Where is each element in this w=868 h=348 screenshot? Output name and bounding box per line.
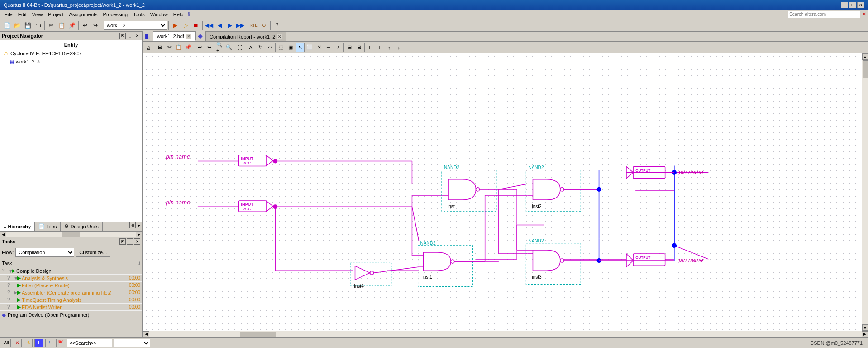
task-timequest[interactable]: ? ▶ TimeQuest Timing Analysis 00:00 [0, 296, 142, 304]
rtl-btn[interactable]: RTL [248, 20, 258, 30]
menu-processing[interactable]: Processing [100, 11, 130, 18]
minimize-button[interactable]: – [841, 2, 848, 8]
stop-btn[interactable]: ⏹ [191, 20, 201, 30]
cut-btn[interactable]: ✂ [46, 20, 56, 30]
tab-hierarchy[interactable]: ≡ Hierarchy [0, 222, 35, 231]
menu-assignments[interactable]: Assignments [67, 11, 100, 18]
scroll-canvas-track[interactable] [149, 331, 862, 338]
analysis-btn[interactable]: ▷ [181, 20, 191, 30]
diag-cross-btn[interactable]: ✕ [315, 43, 324, 52]
diag-print2-btn[interactable]: ⊞ [155, 43, 164, 52]
diag-cut-btn[interactable]: ✂ [165, 43, 174, 52]
undo-btn[interactable]: ↩ [80, 20, 90, 30]
scroll-left-btn[interactable]: ◀ [0, 232, 6, 238]
save-all-btn[interactable]: 🗃 [33, 20, 43, 30]
diag-down-btn[interactable]: ↓ [394, 43, 403, 52]
paste-btn[interactable]: 📌 [67, 20, 77, 30]
diag-print-btn[interactable]: 🖨 [144, 43, 153, 52]
maximize-button[interactable]: □ [849, 2, 856, 8]
status-info-btn[interactable]: ℹ [34, 339, 43, 347]
flow-select[interactable]: Compilation Timing Analysis [15, 248, 74, 257]
scroll-v-track[interactable] [862, 60, 868, 324]
diag-wire-btn[interactable]: ⬚ [277, 43, 286, 52]
open-btn[interactable]: 📂 [12, 20, 22, 30]
scroll-v-thumb[interactable] [863, 60, 868, 78]
play-analysis[interactable]: ▶ [17, 275, 21, 281]
menu-view[interactable]: View [29, 11, 46, 18]
menu-window[interactable]: Window [148, 11, 171, 18]
diag-bus-btn[interactable]: ═ [324, 43, 333, 52]
status-error-btn[interactable]: ✕ [13, 339, 22, 347]
tab-report[interactable]: Compilation Report - work1_2 ✕ [205, 32, 287, 41]
new-btn[interactable]: 📄 [2, 20, 12, 30]
redo-btn[interactable]: ↪ [91, 20, 100, 30]
task-program-device[interactable]: ◆ Program Device (Open Programmer) [0, 311, 142, 319]
menu-edit[interactable]: Edit [15, 11, 29, 18]
tab-bdf-close[interactable]: ✕ [186, 34, 191, 39]
diag-flip-btn[interactable]: ⇔ [265, 43, 274, 52]
status-flag-btn[interactable]: 🚩 [56, 339, 65, 347]
nav-btn4[interactable]: ▶▶ [235, 20, 245, 30]
project-file-item[interactable]: ▦ work1_2 ⚠ [2, 58, 140, 66]
tab-files[interactable]: 📄 Files [35, 222, 61, 231]
diag-wire2-btn[interactable]: ▣ [286, 43, 295, 52]
task-assembler[interactable]: ? ▶ ▶ Assembler (Generate programming fi… [0, 289, 142, 296]
diag-seg-btn[interactable]: / [334, 43, 343, 52]
canvas-h-scroll[interactable]: ◀ ▶ [143, 331, 868, 337]
diag-zoom-out-btn[interactable]: 🔍- [225, 43, 234, 52]
menu-project[interactable]: Project [45, 11, 66, 18]
play-fitter[interactable]: ▶ [17, 282, 21, 288]
project-dropdown[interactable]: work1_2 [104, 21, 167, 30]
play-eda[interactable]: ▶ [17, 304, 21, 310]
menu-help[interactable]: Help [171, 11, 186, 18]
navigator-right-btn[interactable]: ▶ [136, 222, 142, 228]
nav-btn1[interactable]: ◀◀ [204, 20, 214, 30]
canvas-area[interactable]: pin name INPUT VCC pin name INPUT VCC [143, 53, 868, 337]
status-all-btn[interactable]: All [2, 339, 11, 347]
status-dropdown[interactable] [114, 339, 150, 347]
diag-fit-btn[interactable]: ⛶ [235, 43, 244, 52]
task-compile-design[interactable]: ? ▼ ▶ Compile Design [0, 267, 142, 275]
compile-btn[interactable]: ▶ [170, 20, 180, 30]
diag-copy-btn[interactable]: 📋 [174, 43, 183, 52]
scroll-track-nav[interactable] [6, 232, 136, 238]
float-btn[interactable]: ⇱ [119, 33, 126, 39]
timing-btn[interactable]: ⏱ [259, 20, 269, 30]
play-assembler[interactable]: ▶ [17, 290, 21, 295]
diag-font2-btn[interactable]: f [375, 43, 384, 52]
diag-text-btn[interactable]: A [246, 43, 255, 52]
menu-tools[interactable]: Tools [130, 11, 148, 18]
tasks-float-btn[interactable]: ⇱ [119, 238, 126, 245]
diag-cursor-btn[interactable]: ↖ [296, 43, 305, 52]
scroll-canvas-up[interactable]: ▲ [862, 53, 868, 60]
status-extra-btn[interactable]: ! [45, 339, 54, 347]
task-fitter[interactable]: ? ▶ Fitter (Place & Route) 00:00 [0, 282, 142, 289]
help-btn[interactable]: ? [272, 20, 282, 30]
diag-font-btn[interactable]: F [366, 43, 375, 52]
tab-bdf[interactable]: work1_2.bdf ✕ [153, 32, 196, 41]
close-button[interactable]: ✕ [857, 2, 864, 8]
expand-assembler[interactable]: ▶ [14, 290, 17, 295]
tasks-close-btn[interactable]: ✕ [134, 238, 140, 245]
diag-redo-btn[interactable]: ↪ [205, 43, 214, 52]
nav-btn2[interactable]: ◀ [215, 20, 224, 30]
hide-btn[interactable]: _ [127, 33, 133, 39]
diag-align2-btn[interactable]: ⊞ [354, 43, 363, 52]
tab-report-close[interactable]: ✕ [277, 34, 282, 39]
close-panel-btn[interactable]: ✕ [134, 33, 140, 39]
bdf-toolbar-icon[interactable]: ▦ [143, 31, 153, 41]
diag-rotate-btn[interactable]: ↻ [256, 43, 265, 52]
nav-btn3[interactable]: ▶ [225, 20, 235, 30]
diag-undo-btn[interactable]: ↩ [195, 43, 204, 52]
task-analysis[interactable]: ? ▼ ▶ Analysis & Synthesis 00:00 [0, 275, 142, 282]
scroll-thumb-nav[interactable] [62, 232, 80, 237]
report-toolbar-icon[interactable]: ◆ [196, 31, 205, 41]
diag-up-btn[interactable]: ↑ [385, 43, 394, 52]
status-warning-btn[interactable]: ⚠ [24, 339, 33, 347]
scroll-canvas-left[interactable]: ◀ [143, 331, 149, 338]
diag-sel-btn[interactable]: ⬜ [305, 43, 314, 52]
save-btn[interactable]: 💾 [23, 20, 33, 30]
copy-btn[interactable]: 📋 [57, 20, 67, 30]
expand-analysis[interactable]: ▼ [14, 276, 17, 281]
task-eda[interactable]: ? ▶ EDA Netlist Writer 00:00 [0, 304, 142, 311]
